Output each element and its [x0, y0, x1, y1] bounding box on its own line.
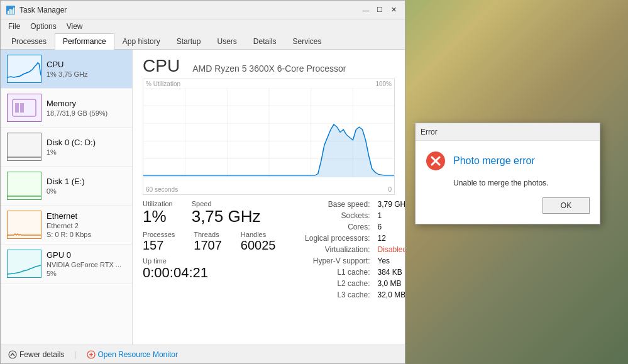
sidebar-cpu-name: CPU [47, 60, 126, 69]
svg-rect-11 [8, 172, 41, 199]
window-controls: — ☐ ✕ [360, 4, 400, 16]
error-dialog: Error Photo merge error Unable to merge … [415, 123, 600, 224]
error-message: Unable to merge the photos. [426, 179, 590, 187]
tab-processes[interactable]: Processes [3, 33, 55, 50]
sidebar-cpu-info: CPU 1% 3,75 GHz [47, 60, 126, 78]
uptime-value: 0:00:04:21 [143, 265, 275, 281]
taskmanager-icon [6, 5, 16, 15]
processes-value: 157 [143, 238, 175, 252]
tab-startup[interactable]: Startup [168, 33, 209, 50]
open-resource-monitor-label: Open Resource Monitor [98, 350, 178, 359]
main-content: CPU 1% 3,75 GHz Memory 18,7/31,9 GB ( [1, 50, 405, 345]
sidebar-cpu-sub: 1% 3,75 GHz [47, 70, 126, 78]
cpu-thumb [7, 55, 41, 83]
sidebar: CPU 1% 3,75 GHz Memory 18,7/31,9 GB ( [1, 50, 133, 345]
stat-handles: Handles 60025 [241, 231, 276, 252]
cpu-header: CPU AMD Ryzen 5 3600X 6-Core Processor [143, 56, 395, 76]
disk1-thumb [7, 172, 41, 200]
minimize-button[interactable]: — [360, 4, 372, 16]
logical-value: 12 [377, 234, 385, 243]
info-virtualization: Virtualization: Disabled [288, 245, 405, 254]
svg-rect-8 [15, 103, 19, 113]
sidebar-disk0-info: Disk 0 (C: D:) 1% [47, 138, 126, 156]
error-buttons: OK [426, 197, 590, 214]
sidebar-gpu0-sub2: 5% [47, 270, 126, 277]
close-button[interactable]: ✕ [387, 4, 400, 16]
error-body: Photo merge error Unable to merge the ph… [416, 141, 600, 224]
sidebar-gpu0-sub1: NVIDIA GeForce RTX ... [47, 261, 126, 268]
sidebar-gpu0-info: GPU 0 NVIDIA GeForce RTX ... 5% [47, 250, 126, 277]
left-stats: Utilization 1% Speed 3,75 GHz Proces [143, 200, 275, 302]
chevron-up-icon [8, 350, 17, 359]
info-logical: Logical processors: 12 [288, 234, 405, 243]
handles-label: Handles [241, 231, 276, 238]
l2-value: 3,0 MB [377, 279, 401, 288]
disk0-thumb [7, 133, 41, 161]
threads-label: Threads [194, 231, 222, 238]
cpu-panel-title: CPU [143, 56, 180, 76]
footer: Fewer details | Open Resource Monitor [1, 345, 405, 363]
sidebar-disk1-info: Disk 1 (E:) 0% [47, 177, 126, 195]
error-title-text: Photo merge error [453, 155, 535, 167]
l1-value: 384 KB [377, 268, 402, 277]
menu-file[interactable]: File [3, 21, 25, 32]
sidebar-memory-sub: 18,7/31,9 GB (59%) [47, 109, 126, 117]
sidebar-disk0-name: Disk 0 (C: D:) [47, 138, 126, 147]
fewer-details-button[interactable]: Fewer details [8, 350, 64, 359]
sockets-value: 1 [377, 211, 382, 220]
sidebar-memory-name: Memory [47, 99, 126, 108]
virtualization-label: Virtualization: [288, 245, 370, 254]
cpu-performance-panel: CPU AMD Ryzen 5 3600X 6-Core Processor %… [133, 50, 405, 345]
sidebar-disk1-sub: 0% [47, 187, 126, 195]
cpu-model: AMD Ryzen 5 3600X 6-Core Processor [192, 63, 346, 74]
threads-value: 1707 [194, 238, 222, 252]
sidebar-ethernet-sub1: Ethernet 2 [47, 222, 126, 229]
sidebar-item-gpu0[interactable]: GPU 0 NVIDIA GeForce RTX ... 5% [1, 245, 132, 284]
sidebar-item-cpu[interactable]: CPU 1% 3,75 GHz [1, 50, 132, 89]
l3-label: L3 cache: [288, 290, 370, 299]
stat-threads: Threads 1707 [194, 231, 222, 252]
menu-options[interactable]: Options [25, 21, 61, 32]
error-header-row: Photo merge error [426, 151, 590, 171]
handles-value: 60025 [241, 238, 276, 252]
svg-point-26 [9, 351, 16, 358]
tab-services[interactable]: Services [285, 33, 330, 50]
fewer-details-label: Fewer details [19, 350, 64, 359]
tab-users[interactable]: Users [209, 33, 245, 50]
gpu0-thumb [7, 250, 41, 278]
resource-monitor-icon [87, 350, 96, 359]
title-bar: Task Manager — ☐ ✕ [1, 1, 405, 19]
hyperv-value: Yes [377, 256, 390, 265]
tab-performance[interactable]: Performance [55, 33, 114, 50]
tab-details[interactable]: Details [245, 33, 285, 50]
base-speed-label: Base speed: [288, 200, 370, 209]
info-l2: L2 cache: 3,0 MB [288, 279, 405, 288]
base-speed-value: 3,79 GHz [377, 200, 405, 209]
sidebar-item-disk1[interactable]: Disk 1 (E:) 0% [1, 167, 132, 206]
sidebar-ethernet-info: Ethernet Ethernet 2 S: 0 R: 0 Kbps [47, 211, 126, 238]
window-title: Task Manager [19, 6, 360, 14]
sidebar-item-disk0[interactable]: Disk 0 (C: D:) 1% [1, 128, 132, 167]
sidebar-item-memory[interactable]: Memory 18,7/31,9 GB (59%) [1, 89, 132, 128]
svg-rect-12 [8, 211, 41, 238]
info-hyperv: Hyper-V support: Yes [288, 256, 405, 265]
chart-y-max: 100% [375, 80, 392, 87]
sidebar-gpu0-name: GPU 0 [47, 250, 126, 260]
ok-button[interactable]: OK [543, 197, 590, 214]
svg-rect-4 [13, 8, 14, 14]
tab-app-history[interactable]: App history [114, 33, 168, 50]
info-l3: L3 cache: 32,0 MB [288, 290, 405, 299]
maximize-button[interactable]: ☐ [373, 4, 386, 16]
l2-label: L2 cache: [288, 279, 370, 288]
svg-marker-25 [143, 124, 394, 177]
uptime-block: Up time 0:00:04:21 [143, 257, 275, 281]
stats-row-2: Processes 157 Threads 1707 Handles 60025 [143, 231, 275, 252]
stat-speed: Speed 3,75 GHz [192, 200, 261, 226]
menu-view[interactable]: View [62, 21, 88, 32]
open-resource-monitor-button[interactable]: Open Resource Monitor [87, 350, 178, 359]
sidebar-ethernet-name: Ethernet [47, 211, 126, 221]
cpu-info-table: Base speed: 3,79 GHz Sockets: 1 Cores: 6 [288, 200, 405, 302]
l3-value: 32,0 MB [377, 290, 405, 299]
sidebar-item-ethernet[interactable]: Ethernet Ethernet 2 S: 0 R: 0 Kbps [1, 206, 132, 245]
hyperv-label: Hyper-V support: [288, 256, 370, 265]
